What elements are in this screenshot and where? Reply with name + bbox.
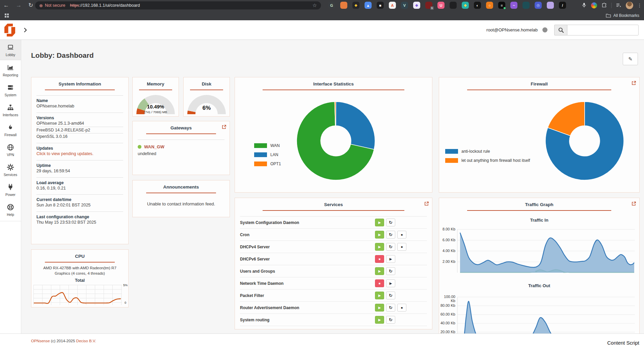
chart-area-icon <box>7 64 14 71</box>
disk-widget: Disk 6% <box>183 77 230 117</box>
legend-item[interactable]: let out anything from firewall host itse… <box>445 156 530 165</box>
title-underline <box>146 193 216 193</box>
extension-icon-5[interactable]: ■ <box>377 2 384 9</box>
life-ring-icon <box>7 203 14 211</box>
service-row: Network Time Daemon■▶ <box>240 277 427 290</box>
external-link-icon[interactable] <box>632 80 636 86</box>
sidebar-item-label: Interfaces <box>3 113 18 117</box>
sidebar-item-power[interactable]: Power <box>0 180 21 200</box>
extension-icon-1[interactable]: G <box>328 2 335 9</box>
service-start-button[interactable]: ▶ <box>375 267 384 275</box>
extension-icon-17[interactable] <box>522 2 530 9</box>
apps-grid-icon[interactable] <box>5 14 9 18</box>
service-restart-button[interactable]: ↻ <box>386 243 395 251</box>
external-link-icon[interactable] <box>424 201 429 207</box>
service-restart-button[interactable]: ↻ <box>386 219 395 226</box>
service-start-button[interactable]: ▶ <box>375 219 384 226</box>
not-secure-label[interactable]: Not secure <box>45 3 65 8</box>
legend-item[interactable]: WAN <box>254 141 281 150</box>
search-input[interactable] <box>567 25 639 35</box>
profile-avatar[interactable] <box>626 2 633 9</box>
bookmark-star-icon[interactable]: ☆ <box>313 2 317 8</box>
extension-icon-18[interactable]: ◎ <box>535 2 542 9</box>
system-info-label: Load average <box>36 180 123 185</box>
service-restart-button[interactable]: ↻ <box>386 316 395 324</box>
extension-icon-10[interactable]: U <box>437 2 445 9</box>
service-restart-button[interactable]: ↻ <box>386 304 395 312</box>
external-link-icon[interactable] <box>222 124 226 130</box>
service-stopped-button[interactable]: ■ <box>375 279 384 287</box>
service-restart-button[interactable]: ↻ <box>386 231 395 239</box>
service-start-button[interactable]: ▶ <box>375 304 384 312</box>
service-restart-button[interactable]: ↻ <box>386 292 395 299</box>
service-start-button[interactable]: ▶ <box>375 243 384 251</box>
sidebar-item-reporting[interactable]: Reporting <box>0 60 21 80</box>
service-stop-button[interactable]: ■ <box>397 304 406 312</box>
firewall-legend: anti-lockout rulelet out anything from f… <box>445 147 530 165</box>
sidebar-item-help[interactable]: Help <box>0 200 21 220</box>
extension-icon-9[interactable]: 1 <box>425 2 432 9</box>
extension-icon-7[interactable]: V <box>401 2 408 9</box>
extensions-puzzle-icon[interactable] <box>601 2 607 8</box>
y-axis-tick-label: 80.00 Kb <box>439 303 455 307</box>
system-info-label: Current date/time <box>36 197 123 202</box>
gateway-name-link[interactable]: WAN_GW <box>144 144 164 149</box>
extension-icon-2[interactable] <box>340 2 347 9</box>
legend-swatch <box>254 161 267 166</box>
sidebar-item-vpn[interactable]: VPN <box>0 140 21 160</box>
sidebar-item-interfaces[interactable]: Interfaces <box>0 100 21 120</box>
extension-icon-20[interactable]: / <box>559 2 566 9</box>
reload-button[interactable]: ↻ <box>28 2 33 8</box>
extension-icon-8[interactable]: ◆ <box>413 2 420 9</box>
opnsense-link[interactable]: OPNsense <box>31 339 50 343</box>
address-bar[interactable]: ⊗ Not secure https://192.168.1.1/ui/core… <box>35 1 321 9</box>
extension-badge: 1 <box>430 6 434 10</box>
forward-button[interactable]: → <box>16 2 22 8</box>
browser-menu-icon[interactable]: ⋮ <box>637 3 642 8</box>
extension-icon-12[interactable]: ◆ <box>462 2 469 9</box>
system-info-label: Versions <box>36 116 123 120</box>
extension-icon-11[interactable] <box>450 2 457 9</box>
legend-item[interactable]: OPT1 <box>254 159 281 168</box>
tab-list-icon[interactable] <box>616 2 622 8</box>
deciso-link[interactable]: Deciso B.V. <box>76 339 96 343</box>
browser-chrome: ← → ↻ ⊗ Not secure https://192.168.1.1/u… <box>0 0 644 20</box>
opnsense-logo[interactable] <box>3 23 17 38</box>
extension-icon-16[interactable]: ~ <box>510 2 517 9</box>
microphone-icon[interactable] <box>581 2 587 8</box>
service-play-button[interactable]: ▶ <box>386 279 395 287</box>
service-start-button[interactable]: ▶ <box>375 231 384 239</box>
service-stop-button[interactable]: ■ <box>397 231 406 239</box>
system-info-label: Uptime <box>36 163 123 168</box>
service-play-button[interactable]: ▶ <box>386 255 395 263</box>
announcements-widget: Announcements Unable to contact informat… <box>132 180 230 217</box>
legend-item[interactable]: LAN <box>254 150 281 159</box>
sidebar-item-services[interactable]: Services <box>0 160 21 180</box>
menu-toggle-chevron[interactable] <box>23 27 27 33</box>
extension-icon-6[interactable]: A <box>389 2 396 9</box>
legend-item[interactable]: anti-lockout rule <box>445 147 530 156</box>
widget-title: System Information <box>31 81 128 86</box>
service-start-button[interactable]: ▶ <box>375 292 384 299</box>
sidebar-item-lobby[interactable]: Lobby <box>0 40 21 60</box>
extension-icon-4[interactable]: ▲ <box>365 2 372 9</box>
extension-icon-3[interactable]: ◆ <box>352 2 359 9</box>
sidebar-item-system[interactable]: System <box>0 80 21 100</box>
colorful-extension-icon[interactable] <box>591 2 597 8</box>
service-start-button[interactable]: ▶ <box>375 316 384 324</box>
extension-icon-13[interactable]: ◐ <box>474 2 481 9</box>
url-rest: ://192.168.1.1/ui/core/dashboard <box>79 3 140 8</box>
back-button[interactable]: ← <box>3 2 9 8</box>
extension-icon-19[interactable] <box>547 2 554 9</box>
pending-updates-link[interactable]: Click to view pending updates. <box>36 151 93 156</box>
all-bookmarks-button[interactable]: All Bookmarks <box>606 13 639 18</box>
extension-icon-14[interactable]: ○ <box>486 2 493 9</box>
service-restart-button[interactable]: ↻ <box>386 267 395 275</box>
sidebar-item-firewall[interactable]: Firewall <box>0 120 21 140</box>
extensions-strip: G◆▲■AV◆1U◆◐○≡~◎/ <box>328 2 566 9</box>
edit-dashboard-button[interactable]: ✎ <box>623 53 638 65</box>
extension-icon-15[interactable]: ≡ <box>498 2 505 9</box>
service-stopped-button[interactable]: ■ <box>375 255 384 263</box>
external-link-icon[interactable] <box>632 201 636 207</box>
service-stop-button[interactable]: ■ <box>397 243 406 251</box>
